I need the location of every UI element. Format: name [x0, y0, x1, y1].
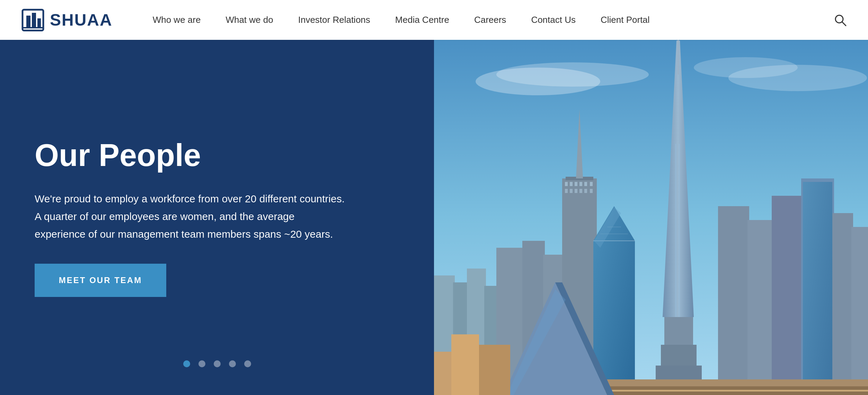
nav-what-we-do[interactable]: What we do	[213, 0, 285, 40]
carousel-dot-1[interactable]	[183, 360, 190, 367]
carousel-dot-5[interactable]	[244, 360, 251, 367]
carousel-dot-4[interactable]	[229, 360, 236, 367]
svg-rect-31	[579, 189, 582, 193]
svg-rect-23	[570, 182, 573, 186]
svg-rect-3	[37, 18, 41, 28]
svg-rect-41	[661, 345, 697, 366]
svg-rect-33	[590, 189, 593, 193]
svg-rect-26	[584, 182, 587, 186]
nav-client-portal[interactable]: Client Portal	[588, 0, 662, 40]
logo[interactable]: SHUAA	[21, 8, 113, 32]
svg-rect-40	[664, 317, 693, 345]
svg-rect-2	[32, 13, 36, 28]
svg-rect-46	[679, 144, 680, 317]
meet-our-team-button[interactable]: MEET OUR TEAM	[35, 264, 166, 297]
hero-description: We're proud to employ a workforce from o…	[35, 190, 346, 243]
svg-rect-49	[747, 220, 773, 395]
svg-rect-1	[26, 16, 30, 28]
nav-links: Who we are What we do Investor Relations…	[140, 0, 833, 40]
svg-rect-52	[803, 182, 832, 395]
nav-who-we-are[interactable]: Who we are	[140, 0, 213, 40]
svg-point-11	[728, 65, 867, 91]
svg-rect-24	[575, 182, 577, 186]
logo-text: SHUAA	[50, 10, 113, 29]
search-icon	[833, 13, 847, 27]
carousel-dots	[183, 360, 251, 367]
carousel-dot-2[interactable]	[198, 360, 205, 367]
svg-rect-32	[584, 189, 587, 193]
svg-rect-22	[565, 182, 568, 186]
svg-rect-48	[718, 206, 749, 395]
nav-contact-us[interactable]: Contact Us	[519, 0, 588, 40]
svg-rect-63	[451, 334, 479, 395]
svg-rect-28	[565, 189, 568, 193]
svg-rect-54	[851, 227, 868, 395]
navbar: SHUAA Who we are What we do Investor Rel…	[0, 0, 868, 40]
search-button[interactable]	[833, 13, 847, 27]
nav-careers[interactable]: Careers	[462, 0, 519, 40]
hero-left-panel: Our People We're proud to employ a workf…	[0, 40, 434, 395]
hero-title: Our People	[35, 138, 399, 173]
hero-image	[434, 40, 868, 395]
svg-point-9	[496, 62, 649, 87]
nav-media-centre[interactable]: Media Centre	[383, 0, 462, 40]
svg-rect-30	[575, 189, 577, 193]
carousel-dot-3[interactable]	[214, 360, 221, 367]
hero-section: Our People We're proud to employ a workf…	[0, 40, 868, 395]
svg-rect-27	[590, 182, 593, 186]
svg-line-6	[842, 22, 846, 26]
svg-rect-25	[579, 182, 582, 186]
dubai-skyline	[434, 40, 868, 395]
svg-rect-53	[832, 213, 853, 395]
nav-investor-relations[interactable]: Investor Relations	[286, 0, 383, 40]
svg-rect-29	[570, 189, 573, 193]
svg-rect-45	[675, 144, 676, 317]
logo-icon	[21, 8, 45, 32]
